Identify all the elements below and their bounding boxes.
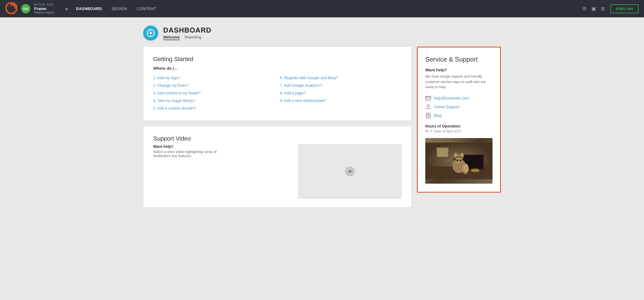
svg-point-32 [458, 161, 460, 162]
email-link[interactable]: help@livebooks.com [434, 96, 469, 100]
main-layout: Getting Started Where do I... 1. Add my … [143, 47, 501, 208]
support-video-title: Support Video [153, 135, 401, 142]
active-site-label: ACTIVE SITE [34, 3, 54, 6]
user-avatar[interactable]: DS [21, 4, 30, 13]
svg-point-36 [464, 164, 469, 172]
settings-icon[interactable]: ⚙ [582, 6, 587, 12]
page-title: DASHBOARD [163, 26, 211, 34]
svg-point-29 [461, 153, 463, 157]
svg-point-31 [459, 159, 461, 161]
link-change-fonts[interactable]: 2. Change my fonts? [153, 82, 275, 89]
svg-point-30 [456, 159, 458, 161]
blog-icon [425, 113, 431, 119]
service-support-card: Service & Support Want help? We have des… [417, 47, 501, 193]
svg-rect-38 [462, 158, 464, 161]
service-links: help@livebooks.com Online Support [425, 95, 492, 119]
tab-reporting[interactable]: Reporting [185, 35, 201, 40]
video-player[interactable] [298, 144, 401, 199]
online-support-link-row: Online Support [425, 104, 492, 110]
svg-rect-37 [454, 158, 455, 161]
main-right: Service & Support Want help? We have des… [417, 47, 501, 193]
top-navigation: DS ACTIVE SITE Frame Platform Admin ▶ DA… [0, 0, 644, 17]
hours-text: M–F 10am til 8pm EST [425, 129, 492, 133]
nav-link-content[interactable]: CONTENT [137, 7, 156, 11]
svg-point-11 [427, 105, 429, 107]
svg-line-7 [150, 31, 151, 32]
main-left: Getting Started Where do I... 1. Add my … [143, 47, 411, 208]
link-custom-domain[interactable]: 5. Add a custom domain? [153, 105, 275, 112]
link-add-footer-content[interactable]: 3. Add content to my footer? [153, 90, 275, 97]
where-label: Where do I... [153, 66, 401, 71]
dashboard-icon [143, 25, 158, 41]
email-icon [425, 95, 431, 101]
service-want-help-label: Want help? [425, 68, 492, 72]
site-info: ACTIVE SITE Frame Platform Admin [34, 3, 60, 14]
service-description: We have design experts and friendly cust… [425, 74, 492, 90]
nav-links: DASHBOARD DESIGN CONTENT [76, 7, 582, 11]
link-google-analytics[interactable]: 7. Add Google Analytics? [280, 82, 401, 89]
link-add-logo[interactable]: 1. Add my logo? [153, 74, 275, 81]
svg-point-6 [150, 32, 152, 34]
link-new-site-template[interactable]: 9. Add a new site/template? [280, 97, 401, 104]
support-video-card: Support Video Want help? Watch a short v… [143, 126, 411, 208]
topnav-right: PUBLISH [610, 4, 639, 13]
link-register-google-bing[interactable]: 6. Register with Google and Bing? [280, 74, 401, 81]
links-grid: 1. Add my logo? 2. Change my fonts? 3. A… [153, 74, 401, 112]
nav-link-design[interactable]: DESIGN [112, 7, 127, 11]
links-col2: 6. Register with Google and Bing? 7. Add… [280, 74, 401, 112]
want-help-label: Want help? [153, 144, 290, 149]
grid-icon[interactable]: ⊞ [601, 6, 605, 12]
topnav-icons: ⚙ ▣ ⊞ [582, 6, 605, 12]
squirrel-image [425, 138, 492, 184]
link-image-library[interactable]: 4. See my image library? [153, 97, 275, 104]
site-name: Frame [34, 6, 54, 11]
support-video-inner: Want help? Watch a short video highlight… [153, 144, 401, 199]
tab-welcome[interactable]: Welcome [163, 35, 180, 40]
svg-point-28 [455, 153, 457, 157]
person-icon [425, 104, 431, 110]
blog-link[interactable]: Blog [434, 113, 442, 118]
page-body: DASHBOARD Welcome Reporting Getting Star… [132, 17, 512, 216]
svg-rect-23 [437, 148, 448, 157]
hours-title: Hours of Operation: [425, 124, 492, 128]
play-button[interactable]: ▶ [66, 7, 69, 11]
preview-icon[interactable]: ▣ [591, 6, 596, 12]
link-add-page[interactable]: 8. Add a page? [280, 90, 401, 97]
service-title: Service & Support [425, 56, 492, 63]
app-logo[interactable] [5, 2, 17, 15]
support-video-desc: Watch a short video highlighting some of… [153, 150, 218, 158]
online-support-link[interactable]: Online Support [434, 105, 459, 109]
nav-link-dashboard[interactable]: DASHBOARD [76, 7, 102, 11]
support-video-text: Want help? Watch a short video highlight… [153, 144, 290, 199]
getting-started-title: Getting Started [153, 56, 401, 63]
getting-started-card: Getting Started Where do I... 1. Add my … [143, 47, 411, 121]
blog-link-row: Blog [425, 113, 492, 119]
dashboard-header: DASHBOARD Welcome Reporting [143, 25, 501, 41]
publish-button[interactable]: PUBLISH [610, 4, 639, 13]
dashboard-title-area: DASHBOARD Welcome Reporting [163, 26, 211, 40]
links-col1: 1. Add my logo? 2. Change my fonts? 3. A… [153, 74, 275, 112]
email-link-row: help@livebooks.com [425, 95, 492, 101]
site-role: Platform Admin [34, 11, 54, 14]
svg-point-33 [452, 165, 457, 167]
dashboard-tabs: Welcome Reporting [163, 35, 211, 40]
svg-point-39 [471, 168, 479, 172]
